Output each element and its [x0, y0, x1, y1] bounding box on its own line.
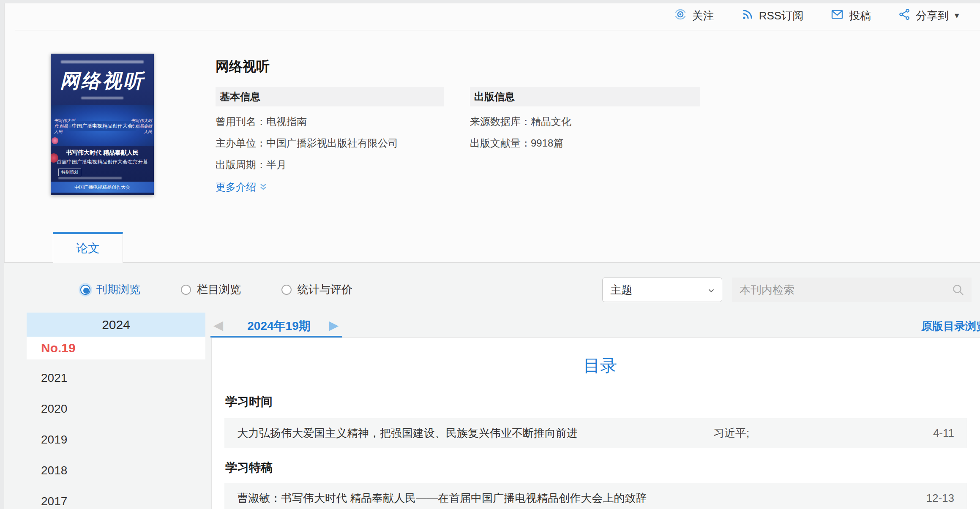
cover-stage-banner: 中国广播电视精品创作大会 [68, 121, 136, 131]
toc-title: 目录 [212, 354, 980, 377]
more-intro-label: 更多介绍 [216, 180, 256, 194]
cover-bottom-banner: 中国广播电视精品创作大会 [51, 182, 154, 193]
former-name-value: 电视指南 [266, 116, 307, 127]
sponsor-row: 主办单位：中国广播影视出版社有限公司 [216, 137, 444, 150]
cover-blur-text-bar [58, 177, 122, 179]
publication-info-section: 出版信息 来源数据库：精品文化 出版文献量：9918篇 [470, 87, 700, 150]
rss-label: RSS订阅 [759, 8, 803, 23]
more-intro-link[interactable]: 更多介绍 [216, 180, 268, 194]
journal-search-input[interactable] [732, 278, 972, 302]
former-name-label: 曾用刊名： [216, 116, 266, 127]
article-authors[interactable]: 习近平; [713, 426, 908, 441]
source-db-row: 来源数据库：精品文化 [470, 115, 700, 128]
cover-issue-text-bar [81, 97, 123, 99]
article-row[interactable]: 大力弘扬伟大爱国主义精神，把强国建设、民族复兴伟业不断推向前进 习近平; 4-1… [224, 418, 967, 448]
publication-info-heading: 出版信息 [470, 87, 700, 106]
sponsor-label: 主办单位： [216, 137, 266, 149]
sidebar-year-list: 2021 2020 2019 2018 2017 [27, 362, 205, 509]
radio-unselected-icon [181, 285, 191, 295]
search-field-selected-value: 主题 [610, 283, 632, 297]
frequency-value: 半月 [266, 159, 287, 170]
next-issue-arrow[interactable]: ▶ [329, 318, 338, 332]
frequency-label: 出版周期： [216, 159, 266, 170]
tab-papers[interactable]: 论文 [53, 232, 123, 263]
basic-info-heading: 基本信息 [216, 87, 444, 106]
sidebar-year-2021[interactable]: 2021 [27, 362, 205, 393]
share-label: 分享到 [916, 8, 949, 23]
cover-headline-1: 书写伟大时代 精品奉献人民 [51, 149, 154, 157]
double-chevron-down-icon [256, 180, 268, 194]
article-row[interactable]: 曹淑敏：书写伟大时代 精品奉献人民——在首届中国广播电视精品创作大会上的致辞 1… [224, 483, 967, 509]
submit-label: 投稿 [849, 8, 871, 23]
cover-headline-2: 首届中国广播电视精品创作大会在京开幕 [51, 158, 154, 166]
radio-issue-browse-label: 刊期浏览 [96, 282, 140, 297]
rss-icon [741, 8, 759, 24]
doc-count-label: 出版文献量： [470, 137, 531, 149]
sidebar-year-2024-selected[interactable]: 2024 [27, 313, 205, 337]
radio-column-browse[interactable]: 栏目浏览 [181, 282, 241, 297]
envelope-icon [830, 8, 849, 24]
toc-section-name: 学习特稿 [225, 460, 273, 476]
toc-panel: 目录 学习时间 大力弘扬伟大爱国主义精神，把强国建设、民族复兴伟业不断推向前进 … [211, 338, 980, 509]
sidebar-year-2018[interactable]: 2018 [27, 455, 205, 486]
follow-label: 关注 [692, 8, 714, 23]
cover-masthead: 网络视听 [51, 68, 154, 94]
browse-mode-radio-group: 刊期浏览 栏目浏览 统计与评价 [80, 282, 393, 297]
source-db-label: 来源数据库： [470, 116, 531, 127]
radio-stats-evaluation-label: 统计与评价 [298, 282, 352, 297]
former-name-row: 曾用刊名：电视指南 [216, 115, 444, 128]
radio-unselected-icon [281, 285, 292, 295]
journal-search-box [732, 278, 972, 302]
follow-eye-icon [674, 8, 692, 24]
article-pages: 12-13 [908, 492, 954, 505]
sponsor-value: 中国广播影视出版社有限公司 [266, 137, 398, 149]
submit-button[interactable]: 投稿 [830, 8, 871, 24]
source-db-value: 精品文化 [531, 116, 571, 127]
sidebar-year-2020[interactable]: 2020 [27, 393, 205, 424]
frequency-row: 出版周期：半月 [216, 158, 444, 171]
radio-stats-evaluation[interactable]: 统计与评价 [281, 282, 352, 297]
sidebar-issue-no19-selected[interactable]: No.19 [27, 337, 205, 359]
basic-info-section: 基本信息 曾用刊名：电视指南 主办单位：中国广播影视出版社有限公司 出版周期：半… [216, 87, 444, 194]
top-action-bar: 关注 RSS订阅 投稿 分享到 [647, 8, 961, 24]
share-icon [898, 8, 916, 24]
cover-flower-accent [52, 137, 58, 144]
radio-issue-browse[interactable]: 刊期浏览 [80, 282, 140, 297]
journal-title: 网络视听 [216, 57, 270, 76]
doc-count-value: 9918篇 [531, 137, 563, 149]
rss-button[interactable]: RSS订阅 [741, 8, 803, 24]
cover-top-text-bar [61, 60, 144, 63]
follow-button[interactable]: 关注 [674, 8, 714, 24]
article-title-link[interactable]: 大力弘扬伟大爱国主义精神，把强国建设、民族复兴伟业不断推向前进 [237, 426, 713, 441]
cover-tag: 特别策划 [58, 169, 81, 176]
topbar-divider [15, 30, 980, 30]
cover-stage-photo: 书写伟大时代 精品奉献人民 中国广播电视精品创作大会 书写伟大时代 精品奉献人民 [51, 105, 154, 146]
radio-column-browse-label: 栏目浏览 [197, 282, 241, 297]
current-issue-underline [210, 336, 342, 338]
radio-selected-icon [80, 285, 90, 295]
toc-section-name: 学习时间 [225, 394, 273, 410]
share-caret-icon[interactable]: ▼ [953, 11, 961, 20]
article-pages: 4-11 [908, 427, 954, 440]
article-title-link[interactable]: 曹淑敏：书写伟大时代 精品奉献人民——在首届中国广播电视精品创作大会上的致辞 [237, 491, 713, 506]
tab-papers-label: 论文 [76, 240, 100, 256]
original-toc-link[interactable]: 原版目录浏览 [921, 319, 980, 334]
share-button[interactable]: 分享到 ▼ [898, 8, 961, 24]
tab-row-border [4, 262, 980, 263]
sidebar-year-2019[interactable]: 2019 [27, 424, 205, 455]
current-issue-tab[interactable]: 2024年19期 [237, 318, 321, 334]
sidebar-year-2017[interactable]: 2017 [27, 486, 205, 509]
doc-count-row: 出版文献量：9918篇 [470, 137, 700, 150]
search-field-select[interactable]: 主题 [602, 278, 722, 302]
cover-script-right: 书写伟大时代 精品奉献人民 [128, 118, 152, 134]
journal-cover-image: 网络视听 书写伟大时代 精品奉献人民 中国广播电视精品创作大会 书写伟大时代 精… [51, 54, 154, 195]
prev-issue-arrow[interactable]: ◀ [213, 318, 223, 332]
